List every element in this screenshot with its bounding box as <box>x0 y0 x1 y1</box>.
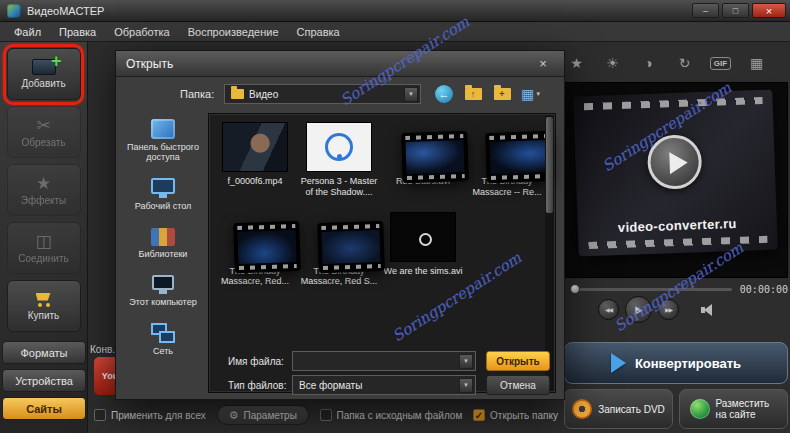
record-dvd-label: Записать DVD <box>598 404 665 415</box>
gif-icon[interactable]: GIF <box>706 50 735 76</box>
filename-dropdown-arrow-icon[interactable]: ▼ <box>459 354 473 369</box>
contrast-icon[interactable]: ◑ <box>634 50 663 76</box>
convert-label: Конвертировать <box>635 356 741 371</box>
menu-help[interactable]: Справка <box>288 24 349 40</box>
place-network[interactable]: Сеть <box>122 321 204 356</box>
join-label: Соединить <box>18 253 68 264</box>
place-libraries[interactable]: Библиотеки <box>122 224 204 259</box>
brightness-icon[interactable]: ☀ <box>598 50 627 76</box>
filmstrip-thumbnail <box>401 131 469 183</box>
apply-all-label: Применить для всех <box>111 410 206 421</box>
add-clip-icon <box>32 59 56 75</box>
publish-label: Разместить на сайте <box>716 398 778 421</box>
menu-file[interactable]: Файл <box>5 24 50 40</box>
place-quick-access[interactable]: Панель быстрого доступа <box>122 117 204 163</box>
dvd-disc-icon <box>572 399 592 419</box>
film-frame <box>321 230 380 264</box>
brand-text: video-converter.ru <box>578 215 777 237</box>
next-button[interactable]: ▶▶ <box>658 299 679 320</box>
folder-row: Папка: Видео ▼ <box>180 84 421 104</box>
publish-button[interactable]: Разместить на сайте <box>679 389 788 429</box>
previous-button[interactable]: ◀◀ <box>598 299 619 320</box>
apply-all-checkbox[interactable] <box>94 409 106 421</box>
title-bar: ВидеоМАСТЕР – □ × <box>0 0 790 22</box>
view-menu-icon[interactable]: ▦ ▼ <box>521 84 541 104</box>
dialog-open-button[interactable]: Открыть <box>486 351 550 371</box>
up-one-level-icon[interactable]: ↑ <box>463 84 483 104</box>
place-this-pc[interactable]: Этот компьютер <box>122 272 204 307</box>
tab-sites[interactable]: Сайты <box>2 397 86 420</box>
tab-devices[interactable]: Устройства <box>2 369 86 392</box>
filename-input[interactable]: ▼ <box>292 351 476 371</box>
seek-row: 00:00:00 <box>570 283 788 295</box>
file-item-7[interactable]: We are the sims.avi <box>382 212 464 288</box>
folder-value: Видео <box>249 89 401 100</box>
file-item-1[interactable]: f_0000f6.mp4 <box>214 122 296 198</box>
file-item-4[interactable]: The Birthday Massacre -- Re... <box>466 122 548 198</box>
dialog-close-icon[interactable]: × <box>532 56 554 71</box>
apply-all-option[interactable]: Применить для всех <box>94 409 206 421</box>
desktop-label: Рабочий стол <box>135 201 192 211</box>
source-folder-checkbox[interactable] <box>320 409 332 421</box>
maximize-button[interactable]: □ <box>722 3 749 18</box>
open-file-dialog: Открыть × Папка: Видео ▼ ← ↑ + ▦ ▼ Па <box>115 50 565 400</box>
convert-arrow-icon <box>611 353 626 373</box>
buy-button[interactable]: Купить <box>7 280 81 332</box>
film-frame <box>237 230 296 264</box>
logo-thumbnail <box>390 212 456 262</box>
filmstrip-thumbnail <box>317 220 385 272</box>
enhance-icon[interactable]: ★ <box>562 50 591 76</box>
effects-button[interactable]: ★ Эффекты <box>7 164 81 216</box>
play-button[interactable]: ▶ <box>625 296 652 323</box>
file-item-6[interactable]: The Birthday Massacre, Red S... <box>298 212 380 288</box>
close-button[interactable]: × <box>752 3 786 18</box>
new-folder-icon[interactable]: + <box>492 84 512 104</box>
trim-button[interactable]: ✂ Обрезать <box>7 106 81 158</box>
dialog-nav-icons: ← ↑ + ▦ ▼ <box>434 84 541 104</box>
seek-handle[interactable] <box>570 284 580 294</box>
parameters-button[interactable]: ⚙ Параметры <box>217 405 309 425</box>
dialog-cancel-button[interactable]: Отмена <box>486 375 550 395</box>
preview-play-button[interactable] <box>647 134 703 190</box>
scrollbar-thumb[interactable] <box>546 117 553 213</box>
join-button[interactable]: ◫ Соединить <box>7 222 81 274</box>
file-item-2[interactable]: Persona 3 - Master of the Shadow.... <box>298 122 380 198</box>
menu-edit[interactable]: Правка <box>50 24 105 40</box>
folder-dropdown[interactable]: Видео ▼ <box>224 84 421 104</box>
file-list-scrollbar[interactable] <box>545 115 554 391</box>
file-name: We are the sims.avi <box>383 266 463 277</box>
source-folder-option[interactable]: Папка с исходным файлом <box>320 409 463 421</box>
tab-formats[interactable]: Форматы <box>2 341 86 364</box>
playback-controls: ◀◀ ▶ ▶▶ <box>598 296 717 323</box>
file-grid: f_0000f6.mp4 Persona 3 - Master of the S… <box>209 114 555 287</box>
film-frame <box>489 140 548 174</box>
add-button[interactable]: Добавить <box>7 48 81 100</box>
open-folder-option[interactable]: ✓ Открыть папку <box>473 409 558 421</box>
libraries-icon <box>151 228 175 246</box>
file-item-3[interactable]: Red Stars.avi <box>382 122 464 198</box>
menu-processing[interactable]: Обработка <box>105 24 178 40</box>
menu-bar: Файл Правка Обработка Воспроизведение Сп… <box>0 22 790 42</box>
volume-icon[interactable] <box>701 303 717 317</box>
record-dvd-button[interactable]: Записать DVD <box>564 389 673 429</box>
frames-icon[interactable]: ▦ <box>742 50 771 76</box>
network-icon <box>151 323 175 343</box>
cart-icon <box>34 292 54 307</box>
filetype-dropdown[interactable]: Все форматы ▼ <box>292 375 476 395</box>
folder-dropdown-arrow-icon[interactable]: ▼ <box>404 87 418 102</box>
file-item-5[interactable]: The Birthday Massacre, Red... <box>214 212 296 288</box>
dialog-title-bar: Открыть × <box>116 51 564 77</box>
scissors-icon: ✂ <box>36 117 50 134</box>
back-icon[interactable]: ← <box>434 84 454 104</box>
seek-slider[interactable] <box>570 288 732 291</box>
convert-button[interactable]: Конвертировать <box>564 342 788 384</box>
menu-playback[interactable]: Воспроизведение <box>179 24 288 40</box>
place-desktop[interactable]: Рабочий стол <box>122 176 204 211</box>
filetype-dropdown-arrow-icon[interactable]: ▼ <box>459 378 473 393</box>
open-folder-checkbox[interactable]: ✓ <box>473 409 485 421</box>
minimize-button[interactable]: – <box>692 3 719 18</box>
effects-label: Эффекты <box>21 195 66 206</box>
rotate-icon[interactable]: ↻ <box>670 50 699 76</box>
add-label: Добавить <box>21 78 65 89</box>
view-menu-arrow: ▼ <box>535 91 541 97</box>
